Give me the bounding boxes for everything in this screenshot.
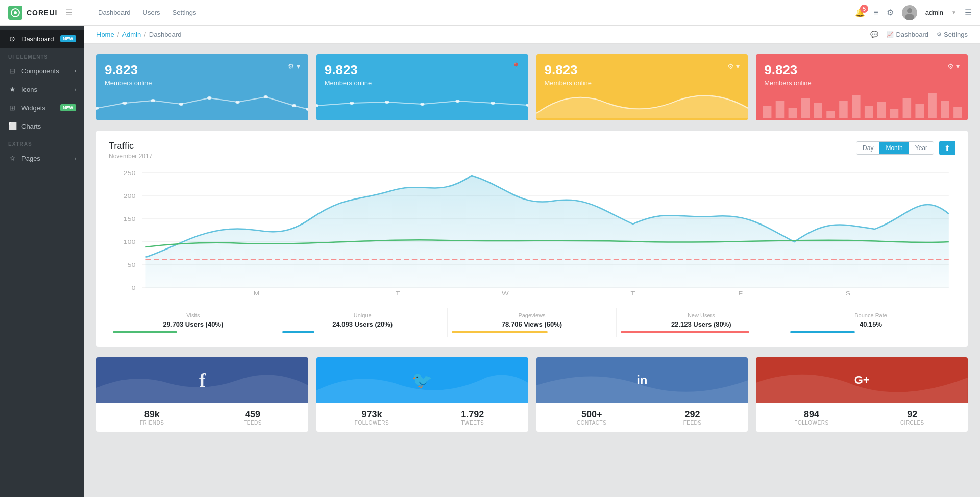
- breadcrumb-home[interactable]: Home: [96, 31, 114, 38]
- svg-point-3: [907, 8, 912, 13]
- sidebar-item-label: Pages: [21, 155, 40, 162]
- sidebar-item-pages[interactable]: ☆ Pages ›: [0, 149, 84, 167]
- svg-point-10: [235, 101, 239, 104]
- social-card-google: G+ 894 FOLLOWERS 92 CIRCLES: [756, 357, 968, 432]
- breadcrumb-admin[interactable]: Admin: [122, 31, 141, 38]
- admin-dropdown-icon[interactable]: ▼: [951, 10, 957, 15]
- google-circles: 92 CIRCLES: [863, 409, 962, 426]
- hamburger-icon[interactable]: ☰: [965, 8, 972, 17]
- sidebar-item-charts[interactable]: ⬜ Charts: [0, 117, 84, 135]
- twitter-card-bottom: 973k FOLLOWERS 1.792 TWEETS: [316, 403, 528, 432]
- svg-rect-25: [814, 103, 823, 118]
- stat-card-3: 9.823 Members online ⚙ ▾: [536, 54, 748, 120]
- widgets-icon: ⊞: [8, 104, 16, 112]
- sidebar-item-icons[interactable]: ★ Icons ›: [0, 80, 84, 98]
- breadcrumb-dashboard-link[interactable]: 📈 Dashboard: [887, 31, 928, 38]
- breadcrumb-chat-icon[interactable]: 💬: [870, 31, 878, 38]
- twitter-card-top: 🐦: [316, 357, 528, 403]
- svg-point-19: [491, 102, 495, 105]
- svg-point-14: [316, 104, 318, 107]
- sidebar-nav: ⊙ Dashboard NEW UI ELEMENTS ⊟ Components…: [0, 26, 84, 171]
- nav-dashboard[interactable]: Dashboard: [98, 9, 131, 16]
- stats-visits: Visits 29.703 Users (40%): [109, 308, 278, 337]
- stat-gear-3[interactable]: ⚙ ▾: [727, 62, 740, 70]
- sidebar-item-label: Widgets: [21, 104, 45, 112]
- linkedin-card-top: in: [536, 357, 748, 403]
- svg-point-17: [420, 103, 424, 106]
- facebook-feeds: 459 FEEDS: [203, 409, 302, 426]
- icons-arrow: ›: [75, 87, 76, 92]
- stats-pageviews: Pageviews 78.706 Views (60%): [448, 308, 617, 337]
- stat-number-2: 9.823: [325, 62, 372, 78]
- svg-point-20: [526, 104, 528, 107]
- svg-rect-22: [776, 101, 785, 118]
- stats-newusers: New Users 22.123 Users (80%): [617, 308, 786, 337]
- charts-icon: ⬜: [8, 122, 16, 130]
- icons-icon: ★: [8, 85, 16, 93]
- stat-chart-4: [756, 83, 968, 120]
- settings-icon[interactable]: ⚙: [887, 8, 894, 17]
- upload-button[interactable]: ⬆: [939, 141, 955, 155]
- stat-card-4: 9.823 Members online ⚙ ▾: [756, 54, 968, 120]
- svg-rect-23: [789, 108, 797, 118]
- stat-card-1: 9.823 Members online ⚙ ▾: [96, 54, 308, 120]
- top-nav: COREUI ☰ Dashboard Users Settings 🔔 5 ≡ …: [0, 0, 980, 26]
- traffic-chart: 250 200 150 100 50 0 M T W T F S: [109, 168, 955, 295]
- svg-rect-34: [928, 93, 937, 118]
- stat-number-4: 9.823: [764, 62, 812, 78]
- admin-label[interactable]: admin: [925, 9, 943, 16]
- nav-users[interactable]: Users: [143, 9, 160, 16]
- svg-point-16: [385, 101, 389, 104]
- sidebar-item-dashboard[interactable]: ⊙ Dashboard NEW: [0, 30, 84, 48]
- breadcrumb-settings-link[interactable]: ⚙ Settings: [937, 31, 968, 38]
- svg-point-7: [151, 99, 155, 102]
- notifications-button[interactable]: 🔔 5: [855, 8, 865, 17]
- visits-progress: [113, 331, 177, 333]
- facebook-friends: 89k FRIENDS: [103, 409, 201, 426]
- sidebar-item-components[interactable]: ⊟ Components ›: [0, 62, 84, 80]
- stat-number-1: 9.823: [105, 62, 152, 78]
- month-button[interactable]: Month: [879, 142, 909, 154]
- sidebar-item-label: Icons: [21, 86, 37, 93]
- stat-gear-4[interactable]: ⚙ ▾: [947, 62, 960, 70]
- svg-point-11: [264, 95, 268, 98]
- notification-badge: 5: [860, 5, 868, 13]
- svg-rect-21: [763, 106, 772, 118]
- svg-point-9: [207, 96, 211, 100]
- facebook-card-bottom: 89k FRIENDS 459 FEEDS: [96, 403, 308, 432]
- year-button[interactable]: Year: [909, 142, 934, 154]
- stat-number-3: 9.823: [545, 62, 592, 78]
- svg-rect-26: [827, 111, 836, 118]
- sidebar-toggle[interactable]: ☰: [65, 8, 72, 17]
- svg-text:F: F: [738, 290, 743, 295]
- twitter-tweets: 1.792 TWEETS: [423, 409, 522, 426]
- list-icon[interactable]: ≡: [873, 8, 878, 17]
- chart-svg: 250 200 150 100 50 0 M T W T F S: [109, 168, 955, 295]
- widgets-badge: NEW: [60, 104, 76, 111]
- stat-gear-1[interactable]: ⚙ ▾: [288, 62, 300, 70]
- traffic-controls: Day Month Year ⬆: [856, 141, 955, 155]
- day-button[interactable]: Day: [856, 142, 879, 154]
- nav-settings[interactable]: Settings: [173, 9, 197, 16]
- svg-text:S: S: [846, 290, 851, 295]
- top-nav-right: 🔔 5 ≡ ⚙ admin ▼ ☰: [855, 5, 972, 20]
- social-cards: f 89k FRIENDS 459 FEEDS: [96, 357, 968, 432]
- svg-text:250: 250: [123, 170, 135, 177]
- svg-rect-33: [916, 104, 924, 118]
- components-arrow: ›: [75, 68, 76, 74]
- dashboard-icon: ⊙: [8, 35, 16, 43]
- social-card-linkedin: in 500+ CONTACTS 292 FEEDS: [536, 357, 748, 432]
- svg-point-5: [96, 107, 99, 110]
- stat-chart-2: [316, 83, 528, 120]
- sidebar-item-widgets[interactable]: ⊞ Widgets NEW: [0, 98, 84, 117]
- stat-pin-2[interactable]: 📍: [511, 62, 520, 70]
- breadcrumb-current: Dashboard: [149, 31, 182, 38]
- dashboard-badge: NEW: [60, 35, 76, 42]
- stat-card-2: 9.823 Members online 📍: [316, 54, 528, 120]
- stat-chart-1: [96, 83, 308, 120]
- bouncerate-progress: [790, 331, 854, 333]
- svg-text:0: 0: [132, 285, 136, 291]
- top-nav-menu: Dashboard Users Settings: [90, 9, 855, 16]
- extras-title: EXTRAS: [0, 135, 84, 149]
- avatar[interactable]: [902, 5, 917, 20]
